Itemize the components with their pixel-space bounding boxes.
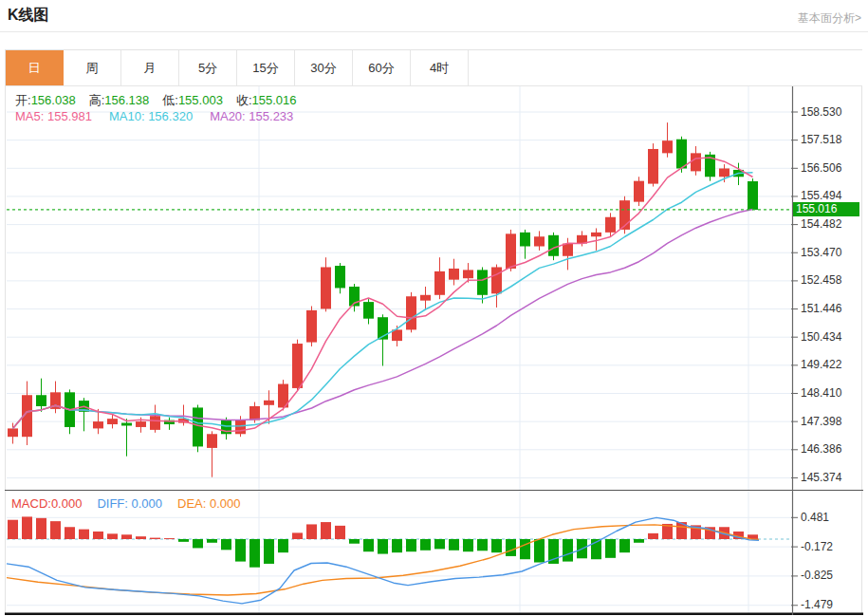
high-value: 156.138	[104, 93, 149, 107]
interval-tab[interactable]: 日	[6, 50, 64, 85]
dea-value: DEA: 0.000	[177, 496, 241, 511]
interval-tab[interactable]: 月	[121, 50, 179, 85]
macd-tick-label: -0.172	[801, 540, 833, 553]
interval-tab[interactable]: 周	[64, 50, 121, 85]
macd-readout: MACD:0.000DIFF: 0.000DEA: 0.000	[11, 496, 241, 511]
close-value: 155.016	[252, 93, 297, 107]
price-tick-label: 151.446	[801, 302, 841, 315]
macd-tick-label: 0.481	[801, 511, 829, 524]
ma-readout: MA5: 155.981MA10: 156.320MA20: 155.233	[15, 109, 293, 123]
price-tick-label: 146.386	[801, 442, 841, 456]
price-tick-label: 154.482	[801, 217, 841, 231]
price-tick-label: 152.458	[801, 273, 841, 287]
interval-tab[interactable]: 30分	[295, 50, 353, 85]
close-label: 收:	[236, 93, 252, 107]
ohlc-readout: 开:156.038高:156.138低:155.003收:155.016	[15, 92, 310, 109]
price-tick-label: 148.410	[801, 386, 841, 400]
price-tick-label: 145.374	[801, 471, 841, 484]
macd-value: MACD:0.000	[11, 496, 82, 511]
diff-value: DIFF: 0.000	[97, 496, 162, 511]
ma5-value: MA5: 155.981	[15, 109, 92, 123]
low-label: 低:	[162, 93, 178, 107]
interval-tab-bar: 日周月5分15分30分60分4时	[6, 50, 862, 86]
price-tick-label: 157.518	[801, 133, 841, 146]
macd-tick-label: -1.479	[801, 598, 833, 611]
open-label: 开:	[15, 93, 31, 107]
price-tick-label: 147.398	[801, 415, 841, 428]
interval-tab[interactable]: 60分	[353, 50, 411, 85]
ma10-value: MA10: 156.320	[109, 109, 193, 123]
macd-tick-label: -0.825	[801, 569, 833, 582]
price-tick-label: 155.494	[801, 189, 841, 202]
interval-tab[interactable]: 5分	[179, 50, 237, 85]
price-tick-label: 153.470	[801, 246, 841, 259]
current-price-badge: 155.016	[793, 202, 859, 216]
page-title: K线图	[8, 6, 49, 26]
price-tick-label: 156.506	[801, 161, 841, 175]
price-tick-label: 149.422	[801, 358, 841, 371]
price-tick-label: 150.434	[801, 330, 841, 344]
ma20-value: MA20: 155.233	[210, 109, 293, 123]
price-tick-label: 158.530	[801, 105, 841, 119]
high-label: 高:	[89, 93, 105, 107]
low-value: 155.003	[178, 93, 223, 107]
open-value: 156.038	[31, 93, 76, 107]
fundamental-analysis-link[interactable]: 基本面分析>	[798, 10, 861, 27]
interval-tab[interactable]: 15分	[237, 50, 295, 85]
interval-tab[interactable]: 4时	[411, 50, 469, 85]
